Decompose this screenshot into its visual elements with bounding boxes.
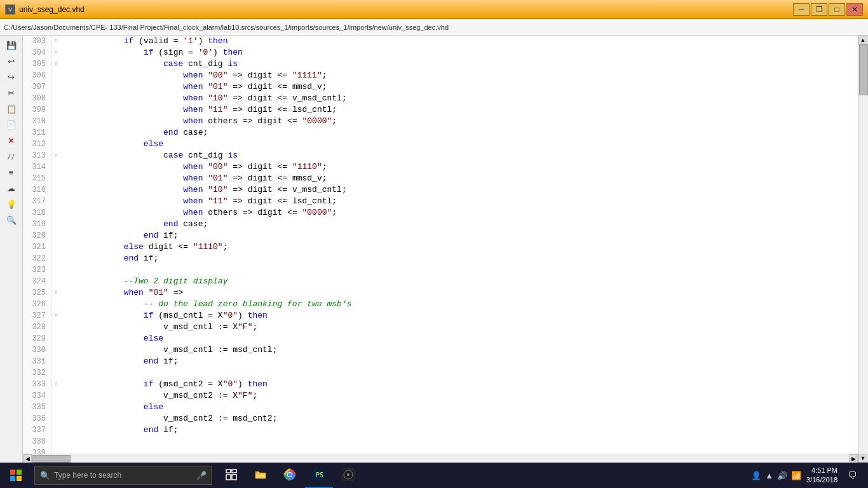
- media-icon: [342, 468, 355, 481]
- line-number: 326: [23, 299, 51, 310]
- taskbar-powershell[interactable]: PS: [305, 463, 333, 488]
- table-row: 316 when "10" => digit <= v_msd_cntl;: [23, 184, 858, 196]
- taskbar-media[interactable]: [334, 463, 362, 488]
- horizontal-scrollbar[interactable]: ◀ ▶: [23, 454, 858, 463]
- fold-indicator: [51, 390, 60, 402]
- code-line: end case;: [60, 219, 858, 230]
- svg-point-16: [347, 473, 349, 476]
- restore-button[interactable]: ❐: [811, 3, 827, 16]
- table-row: 325 ▿ when "01" =>: [23, 287, 858, 299]
- code-line: if (sign = '0') then: [60, 47, 858, 58]
- format-icon[interactable]: ≡: [4, 165, 18, 179]
- hint-icon[interactable]: 💡: [4, 197, 18, 211]
- table-row: 338: [23, 436, 858, 447]
- table-row: 321 else digit <= "1110";: [23, 241, 858, 253]
- clock-time: 4:51 PM: [806, 466, 837, 475]
- save-icon[interactable]: 💾: [4, 38, 18, 52]
- expand-tray-icon[interactable]: ▲: [765, 471, 773, 480]
- line-number: 305: [23, 58, 51, 70]
- scroll-down-button[interactable]: ▼: [858, 454, 867, 463]
- table-row: 331 end if;: [23, 356, 858, 367]
- line-number: 306: [23, 70, 51, 81]
- app-icon: V: [5, 4, 15, 15]
- code-line: --Two 2 digit display: [60, 276, 858, 287]
- fold-indicator: [51, 104, 60, 116]
- title-bar: V univ_sseg_dec.vhd ─ ❐ □ ✕: [0, 0, 868, 19]
- fold-indicator[interactable]: ▿: [51, 36, 60, 47]
- taskbar-file-explorer[interactable]: [247, 463, 275, 488]
- microphone-icon[interactable]: 🎤: [196, 471, 207, 480]
- close-button[interactable]: ✕: [846, 3, 863, 16]
- scroll-left-button[interactable]: ◀: [23, 454, 32, 463]
- fold-indicator: [51, 253, 60, 264]
- svg-rect-5: [232, 470, 236, 473]
- taskbar-chrome[interactable]: [276, 463, 304, 488]
- scroll-thumb[interactable]: [32, 455, 71, 463]
- vertical-scrollbar[interactable]: ▲ ▼: [858, 36, 868, 463]
- delete-icon[interactable]: ✕: [4, 133, 18, 147]
- fold-indicator[interactable]: ▿: [51, 287, 60, 299]
- copy-icon[interactable]: 📋: [4, 102, 18, 116]
- person-icon[interactable]: 👤: [751, 471, 761, 480]
- taskbar: 🔍 Type here to search 🎤: [0, 463, 868, 488]
- fold-indicator[interactable]: ▿: [51, 47, 60, 58]
- title-buttons: ─ ❐ □ ✕: [793, 3, 863, 16]
- fold-indicator[interactable]: ▿: [51, 379, 60, 390]
- table-row: 335 else: [23, 402, 858, 413]
- clock[interactable]: 4:51 PM 3/16/2018: [806, 466, 837, 485]
- address-bar: C:/Users/Jason/Documents/CPE- 133/Final …: [0, 19, 868, 36]
- notification-button[interactable]: 🗨: [843, 463, 862, 488]
- taskbar-task-view[interactable]: [217, 463, 245, 488]
- code-table: 303 ▿ if (valid = '1') then 304 ▿ if (si…: [23, 36, 858, 454]
- fold-indicator: [51, 344, 60, 356]
- comment-icon[interactable]: //: [4, 149, 18, 163]
- scroll-up-button[interactable]: ▲: [858, 36, 867, 44]
- undo-icon[interactable]: ↩: [4, 54, 18, 68]
- code-line: when others => digit <= "0000";: [60, 116, 858, 127]
- volume-icon[interactable]: 🔊: [777, 471, 787, 480]
- code-line: else: [60, 402, 858, 413]
- table-row: 310 when others => digit <= "0000";: [23, 116, 858, 127]
- scroll-right-button[interactable]: ▶: [849, 454, 858, 463]
- fold-indicator: [51, 333, 60, 344]
- powershell-icon: PS: [313, 468, 325, 481]
- windows-icon: [10, 470, 22, 481]
- fold-indicator: [51, 196, 60, 207]
- table-row: 327 ▿ if (msd_cntl = X"0") then: [23, 310, 858, 322]
- line-number: 332: [23, 367, 51, 379]
- cut-icon[interactable]: ✂: [4, 86, 18, 100]
- scroll-track[interactable]: [32, 454, 849, 463]
- table-row: 333 ▿ if (msd_cnt2 = X"0") then: [23, 379, 858, 390]
- minimize-button[interactable]: ─: [793, 3, 810, 16]
- table-row: 309 when "11" => digit <= lsd_cntl;: [23, 104, 858, 116]
- code-scroll[interactable]: 303 ▿ if (valid = '1') then 304 ▿ if (si…: [23, 36, 858, 454]
- title-text: univ_sseg_dec.vhd: [19, 5, 85, 14]
- code-line: v_msd_cntl := X"F";: [60, 322, 858, 333]
- start-button[interactable]: [0, 463, 32, 488]
- redo-icon[interactable]: ↪: [4, 70, 18, 84]
- network-icon[interactable]: 📶: [791, 471, 801, 480]
- fold-indicator: [51, 402, 60, 413]
- paste-icon[interactable]: 📄: [4, 118, 18, 132]
- search-bar[interactable]: 🔍 Type here to search 🎤: [34, 466, 212, 485]
- maximize-button[interactable]: □: [829, 3, 845, 16]
- cloud-icon[interactable]: ☁: [4, 181, 18, 195]
- fold-indicator[interactable]: ▿: [51, 58, 60, 70]
- line-number: 339: [23, 447, 51, 454]
- find-icon[interactable]: 🔍: [4, 213, 18, 227]
- fold-indicator[interactable]: ▿: [51, 310, 60, 322]
- line-number: 312: [23, 139, 51, 150]
- table-row: 313 ▿ case cnt_dig is: [23, 150, 858, 161]
- table-row: 339: [23, 447, 858, 454]
- code-line: when "01" => digit <= mmsd_v;: [60, 81, 858, 93]
- code-line: when "00" => digit <= "1111";: [60, 70, 858, 81]
- code-line: when "01" =>: [60, 287, 858, 299]
- fold-indicator[interactable]: ▿: [51, 150, 60, 161]
- table-row: 318 when others => digit <= "0000";: [23, 207, 858, 219]
- scroll-thumb[interactable]: [859, 44, 868, 95]
- table-row: 303 ▿ if (valid = '1') then: [23, 36, 858, 47]
- line-number: 328: [23, 322, 51, 333]
- fold-indicator: [51, 413, 60, 424]
- svg-text:PS: PS: [316, 471, 323, 478]
- code-line: when "11" => digit <= lsd_cntl;: [60, 104, 858, 116]
